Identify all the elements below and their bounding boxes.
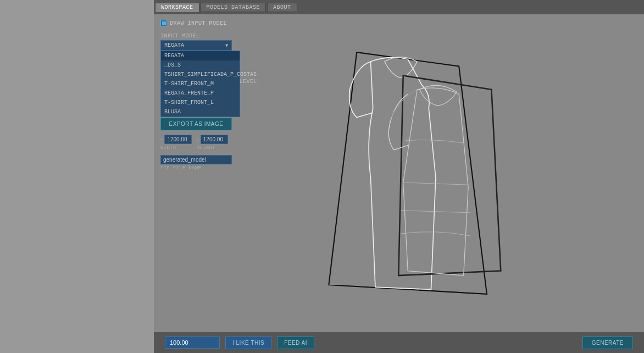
dropdown-item-regata-frente[interactable]: REGATA_FRENTE_P xyxy=(161,89,240,98)
detail-line-2 xyxy=(401,232,470,236)
top-nav: WORKSPACE MODELS DATABASE ABOUT xyxy=(154,0,644,14)
detail-line-1 xyxy=(406,140,464,143)
generate-button[interactable]: GENERATE xyxy=(582,337,633,349)
input-model-dropdown-list: REGATA _DS_S TSHIRT_SIMPLIFICADA_P_COSTA… xyxy=(160,51,240,117)
outer-black-shape xyxy=(329,52,487,294)
tif-filename-group: TIF FILE NAME xyxy=(160,155,257,171)
input-model-dropdown-btn[interactable]: REGATA ▼ xyxy=(160,40,232,51)
input-model-label: INPUT MODEL xyxy=(160,33,257,39)
dropdown-item-tshirt-front-m[interactable]: T-SHIRT_FRONT_M xyxy=(161,79,240,89)
draw-input-model-checkbox[interactable] xyxy=(160,20,167,26)
side-seam-2 xyxy=(401,211,470,213)
bottom-bar: I LIKE THIS FEED AI GENERATE xyxy=(154,332,644,353)
width-input[interactable] xyxy=(164,135,192,144)
draw-input-model-label: DRAW INPUT MODEL xyxy=(170,20,227,26)
height-arrow-icon: ↕ xyxy=(196,137,199,142)
height-input[interactable] xyxy=(201,135,228,144)
dimensions-row: ↔ WIDTH ↕ HEIGHT xyxy=(160,135,257,151)
sleeve-curve xyxy=(388,94,408,150)
width-label: WIDTH xyxy=(160,145,192,151)
draw-input-model-row: DRAW INPUT MODEL xyxy=(160,20,257,26)
model-canvas xyxy=(264,14,589,332)
export-as-image-button[interactable]: EXPORT AS IMAGE xyxy=(160,118,232,130)
input-model-selected: REGATA xyxy=(164,42,184,48)
like-button[interactable]: I LIKE THIS xyxy=(225,337,271,349)
width-arrow-icon: ↔ xyxy=(160,137,163,142)
height-group: ↕ HEIGHT xyxy=(196,135,227,151)
dropdown-arrow-icon: ▼ xyxy=(225,43,228,48)
tab-models-database[interactable]: MODELS DATABASE xyxy=(201,3,267,12)
dropdown-item-ds-s[interactable]: _DS_S xyxy=(161,60,240,70)
tif-file-label: TIF FILE NAME xyxy=(160,166,257,171)
dropdown-item-blusa[interactable]: BLUSA xyxy=(161,107,240,117)
input-model-section: INPUT MODEL REGATA ▼ REGATA _DS_S TSHIRT… xyxy=(160,33,257,51)
dropdown-item-regata[interactable]: REGATA xyxy=(161,51,240,60)
canvas-area xyxy=(264,14,589,332)
height-label: HEIGHT xyxy=(196,145,227,151)
left-gray-area xyxy=(0,0,154,353)
main-area: WORKSPACE MODELS DATABASE ABOUT DRAW INP… xyxy=(154,0,644,353)
dropdown-item-tshirt-simp[interactable]: TSHIRT_SIMPLIFICADA_P_COSTAS xyxy=(161,70,240,79)
tif-filename-input[interactable] xyxy=(160,155,232,164)
right-gray-area xyxy=(589,14,644,332)
width-input-row: ↔ xyxy=(160,135,192,144)
dropdown-item-tshirt-front-l[interactable]: T-SHIRT_FRONT_L xyxy=(161,98,240,107)
second-black-shape xyxy=(398,75,501,275)
input-model-dropdown-container: REGATA ▼ REGATA _DS_S TSHIRT_SIMPLIFICAD… xyxy=(160,40,232,51)
left-panel: DRAW INPUT MODEL INPUT MODEL REGATA ▼ RE… xyxy=(154,14,264,332)
content-area: DRAW INPUT MODEL INPUT MODEL REGATA ▼ RE… xyxy=(154,14,644,332)
feed-ai-button[interactable]: FEED AI xyxy=(277,337,314,349)
tab-about[interactable]: ABOUT xyxy=(267,3,297,12)
score-input[interactable] xyxy=(165,337,220,349)
tab-workspace[interactable]: WORKSPACE xyxy=(155,3,199,12)
height-input-row: ↕ xyxy=(196,135,227,144)
width-group: ↔ WIDTH xyxy=(160,135,192,151)
